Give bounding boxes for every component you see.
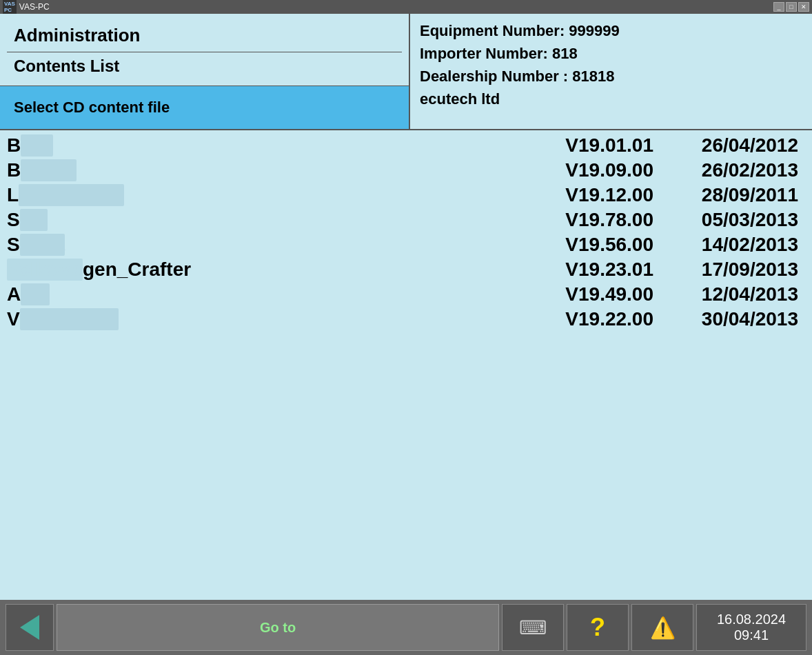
- list-item-name: V olkswagen: [7, 308, 516, 330]
- item-date: 30/04/2013: [653, 308, 805, 330]
- help-button[interactable]: ?: [567, 604, 629, 651]
- select-cd-title: Select CD content file: [7, 93, 402, 122]
- title-bar-controls[interactable]: _ □ ✕: [773, 2, 809, 12]
- dealership-value: 81818: [572, 68, 614, 85]
- header-right: Equipment Number: 999999 Importer Number…: [410, 14, 812, 129]
- list-item-name: S koda: [7, 234, 516, 256]
- date-text: 16.08.2024: [717, 612, 786, 627]
- equipment-value: 999999: [569, 22, 619, 39]
- time-text: 09:41: [734, 627, 769, 643]
- content-list: B ase V19.01.01 26/04/2012 B entley V19.…: [0, 130, 812, 600]
- datetime-display: 16.08.2024 09:41: [696, 604, 806, 651]
- item-version: V19.01.01: [516, 134, 653, 157]
- back-arrow-icon: [20, 615, 39, 640]
- item-name-col: S koda: [7, 234, 516, 256]
- main-body: Administration Contents List Select CD c…: [0, 14, 812, 600]
- list-item[interactable]: B ase V19.01.01 26/04/2012: [0, 133, 812, 158]
- item-version: V19.23.01: [516, 259, 653, 281]
- item-version: V19.49.00: [516, 283, 653, 305]
- item-version: V19.12.00: [516, 184, 653, 206]
- item-date: 26/02/2013: [653, 159, 805, 181]
- title-bar: VASPC VAS-PC _ □ ✕: [0, 0, 812, 14]
- title-bar-left: VASPC VAS-PC: [3, 0, 50, 14]
- company-line: ecutech ltd: [420, 88, 802, 110]
- importer-value: 818: [552, 45, 578, 62]
- equipment-label: Equipment Number:: [420, 22, 565, 39]
- company-name: ecutech ltd: [420, 90, 500, 108]
- list-item-name: Volkswagen_Crafter: [7, 259, 516, 281]
- list-item[interactable]: V olkswagen V19.22.00 30/04/2013: [0, 307, 812, 332]
- item-name-col: S eat: [7, 209, 516, 231]
- item-version: V19.22.00: [516, 308, 653, 330]
- item-date: 26/04/2012: [653, 134, 805, 157]
- warning-button[interactable]: ⚠️: [631, 604, 693, 651]
- list-item[interactable]: S koda V19.56.00 14/02/2013: [0, 232, 812, 257]
- equipment-number-line: Equipment Number: 999999: [420, 19, 802, 42]
- list-item-name: S eat: [7, 209, 516, 231]
- item-name-col: V olkswagen: [7, 308, 516, 330]
- admin-title: Administration: [7, 19, 402, 52]
- list-item[interactable]: B entley V19.09.00 26/02/2013: [0, 158, 812, 183]
- list-item-name: B entley: [7, 159, 516, 181]
- item-version: V19.09.00: [516, 159, 653, 181]
- contents-title: Contents List: [7, 52, 402, 80]
- list-item-name: A udi: [7, 283, 516, 305]
- dealership-number-line: Dealership Number : 81818: [420, 65, 802, 88]
- close-button[interactable]: ✕: [798, 2, 809, 12]
- maximize-button[interactable]: □: [786, 2, 797, 12]
- list-item-name: B ase: [7, 134, 516, 157]
- header-left-top: Administration Contents List: [0, 14, 409, 86]
- title-bar-text: VAS-PC: [19, 2, 50, 12]
- keyboard-button[interactable]: ⌨: [502, 604, 564, 651]
- item-date: 28/09/2011: [653, 184, 805, 206]
- question-icon: ?: [590, 613, 605, 642]
- header-area: Administration Contents List Select CD c…: [0, 14, 812, 130]
- vas-logo-icon: VASPC: [3, 0, 17, 14]
- goto-label: Go to: [260, 620, 296, 636]
- item-name-col: A udi: [7, 283, 516, 305]
- goto-button[interactable]: Go to: [57, 604, 499, 651]
- item-date: 12/04/2013: [653, 283, 805, 305]
- item-date: 14/02/2013: [653, 234, 805, 256]
- warning-triangle-icon: ⚠️: [650, 616, 676, 640]
- list-item[interactable]: L amborghini V19.12.00 28/09/2011: [0, 183, 812, 208]
- item-date: 17/09/2013: [653, 259, 805, 281]
- dealership-label: Dealership Number :: [420, 68, 568, 85]
- list-item[interactable]: A udi V19.49.00 12/04/2013: [0, 282, 812, 307]
- list-item[interactable]: Volkswagen_Crafter V19.23.01 17/09/2013: [0, 257, 812, 282]
- bottom-bar: Go to ⌨ ? ⚠️ 16.08.2024 09:41: [0, 600, 812, 655]
- item-version: V19.56.00: [516, 234, 653, 256]
- importer-label: Importer Number:: [420, 45, 548, 62]
- item-version: V19.78.00: [516, 209, 653, 231]
- list-item[interactable]: S eat V19.78.00 05/03/2013: [0, 208, 812, 232]
- header-left: Administration Contents List Select CD c…: [0, 14, 410, 129]
- item-name-col: B ase: [7, 134, 516, 157]
- item-name-col: L amborghini: [7, 184, 516, 206]
- back-button[interactable]: [6, 604, 54, 651]
- keyboard-icon: ⌨: [519, 616, 547, 639]
- list-item-name: L amborghini: [7, 184, 516, 206]
- item-name-col: Volkswagen_Crafter: [7, 259, 516, 281]
- minimize-button[interactable]: _: [773, 2, 784, 12]
- header-left-bottom: Select CD content file: [0, 86, 409, 129]
- item-name-col: B entley: [7, 159, 516, 181]
- importer-number-line: Importer Number: 818: [420, 42, 802, 65]
- item-date: 05/03/2013: [653, 209, 805, 231]
